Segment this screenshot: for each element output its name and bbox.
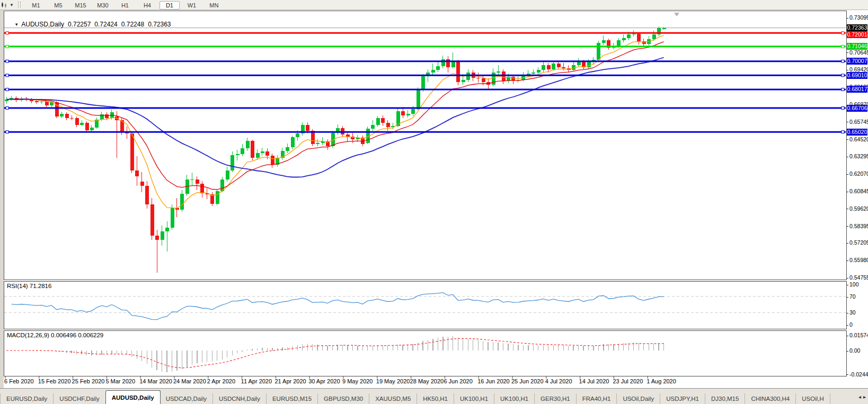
macd-indicator-label: MACD(12,26,9) 0.006496 0.006229 <box>7 332 103 338</box>
axis-tick-label: 100 <box>846 281 867 288</box>
axis-tick-label: 0.60845 <box>846 188 867 194</box>
price-badge: 0.65020 <box>847 129 867 136</box>
rsi-indicator-label: RSI(14) 71.2816 <box>7 283 51 289</box>
hline-handle[interactable] <box>842 107 844 110</box>
price-badge: 0.72363 <box>847 24 867 31</box>
date-tick-label: 24 Mar 2020 <box>173 378 206 384</box>
hline-handle[interactable] <box>6 60 8 62</box>
price-badge: 0.66706 <box>847 105 867 112</box>
hline-handle[interactable] <box>6 107 8 110</box>
date-tick-label: 5 Mar 2020 <box>105 378 135 384</box>
date-tick-label: 4 Jul 2020 <box>545 378 572 384</box>
date-tick-label: 25 Jun 2020 <box>511 378 544 384</box>
hline-handle[interactable] <box>842 45 844 48</box>
hline-handle[interactable] <box>842 32 844 34</box>
axis-tick-label: 0.62070 <box>846 170 867 177</box>
hline-handle[interactable] <box>842 88 844 91</box>
axis-tick-label: 0.57205 <box>846 239 867 246</box>
date-tick-label: 14 Jul 2020 <box>579 378 609 384</box>
hline-handle[interactable] <box>6 131 8 133</box>
open-value: 0.72257 <box>68 21 91 28</box>
date-tick-label: 30 Apr 2020 <box>308 378 340 384</box>
axis-tick-label: 0.65745 <box>846 119 867 125</box>
axis-tick-label: 0.54755 <box>846 274 867 281</box>
date-tick-label: 11 Apr 2020 <box>241 378 272 384</box>
date-tick-label: 23 Jul 2020 <box>613 378 643 384</box>
axis-tick-label: 30 <box>846 309 867 316</box>
chart-shift-marker-icon <box>674 13 679 16</box>
chart-tab-audusd-daily[interactable]: AUDUSD,Daily <box>105 390 161 404</box>
date-tick-label: 14 Mar 2020 <box>139 378 172 384</box>
date-tick-label: 21 Apr 2020 <box>274 378 306 384</box>
date-tick-label: 6 Feb 2020 <box>4 378 34 384</box>
chart-canvas[interactable] <box>0 0 868 404</box>
axis-tick-label: 0.73095 <box>846 14 867 21</box>
date-tick-label: 16 Jun 2020 <box>477 378 510 384</box>
date-tick-label: 2 Apr 2020 <box>207 378 235 384</box>
date-tick-label: 28 May 2020 <box>410 378 444 384</box>
chart-header: ▼AUDUSD,Daily0.722570.724240.722480.7236… <box>7 13 171 35</box>
axis-tick-label: 0.015741 <box>846 332 867 338</box>
date-tick-label: 6 Jun 2020 <box>444 378 472 384</box>
hline-handle[interactable] <box>6 45 8 48</box>
price-badge: 0.72001 <box>847 31 867 38</box>
axis-tick-label: 0.00 <box>846 347 867 354</box>
hline-handle[interactable] <box>842 60 844 62</box>
chart-symbol-label: AUDUSD,Daily <box>21 21 64 28</box>
hline-handle[interactable] <box>6 88 8 91</box>
price-badge: 0.69010 <box>847 72 867 79</box>
date-tick-label: 1 Aug 2020 <box>646 378 676 384</box>
low-value: 0.72248 <box>121 21 144 28</box>
close-value: 0.72363 <box>148 21 171 28</box>
axis-tick-label: -0.02441 <box>846 371 867 378</box>
axis-tick-label: 0.70645 <box>846 49 867 56</box>
axis-tick-label: 0.59620 <box>846 205 867 212</box>
high-value: 0.72424 <box>94 21 117 28</box>
date-tick-label: 9 May 2020 <box>342 378 373 384</box>
axis-tick-label: 0.55980 <box>846 257 867 263</box>
hline-handle[interactable] <box>842 74 844 77</box>
axis-tick-label: 70 <box>846 293 867 300</box>
axis-tick-label: 0 <box>846 321 867 328</box>
hline-handle[interactable] <box>842 131 844 133</box>
date-tick-label: 25 Feb 2020 <box>72 378 105 384</box>
price-badge: 0.71046 <box>847 43 867 50</box>
axis-tick-label: 0.58395 <box>846 223 867 229</box>
date-tick-label: 19 May 2020 <box>376 378 410 384</box>
mt4-window: ▼ M1M5M15M30H1H4D1W1MN ▼AUDUSD,Daily0.72… <box>0 0 868 404</box>
price-badge: 0.68017 <box>847 86 867 93</box>
axis-tick-label: 0.63295 <box>846 153 867 159</box>
date-tick-label: 15 Feb 2020 <box>38 378 71 384</box>
axis-tick-label: 0.64520 <box>846 136 867 142</box>
chart-expand-caret-icon[interactable]: ▼ <box>14 22 19 27</box>
hline-handle[interactable] <box>6 74 8 77</box>
price-badge: 0.70007 <box>847 58 867 65</box>
